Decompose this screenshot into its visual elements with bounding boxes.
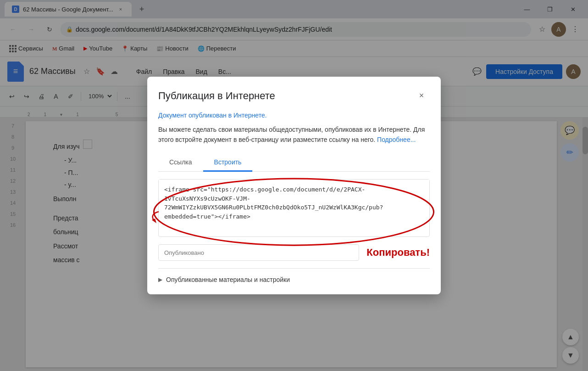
copy-label: Копировать! <box>366 247 430 259</box>
modal-header: Публикация в Интернете × <box>147 77 441 104</box>
embed-code-container: <iframe src="https://docs.google.com/doc… <box>158 179 430 237</box>
modal-tabs: Ссылка Встроить <box>158 154 430 172</box>
modal-close-button[interactable]: × <box>413 88 430 104</box>
modal-title: Публикация в Интернете <box>158 90 275 102</box>
published-link[interactable]: Документ опубликован в Интернете. <box>158 112 430 119</box>
published-toggle-button[interactable]: ▶ Опубликованные материалы и настройки <box>158 276 430 283</box>
modal-body: Документ опубликован в Интернете. Вы мож… <box>147 104 441 295</box>
published-section-label: Опубликованные материалы и настройки <box>166 276 290 283</box>
publish-modal: Публикация в Интернете × Документ опубли… <box>147 77 441 295</box>
more-info-link[interactable]: Подробнее... <box>377 136 416 143</box>
copy-area: Копировать! <box>158 244 430 261</box>
modal-description: Вы можете сделать свои материалы общедос… <box>158 124 430 145</box>
svg-marker-1 <box>152 219 156 223</box>
tab-link[interactable]: Ссылка <box>158 154 203 172</box>
published-section: ▶ Опубликованные материалы и настройки <box>158 268 430 283</box>
modal-overlay[interactable]: Публикация в Интернете × Документ опубли… <box>0 0 588 371</box>
published-status-input[interactable] <box>158 244 359 261</box>
toggle-chevron-icon: ▶ <box>158 276 162 283</box>
tab-embed[interactable]: Встроить <box>203 154 253 172</box>
embed-code-textarea[interactable]: <iframe src="https://docs.google.com/doc… <box>159 180 429 235</box>
